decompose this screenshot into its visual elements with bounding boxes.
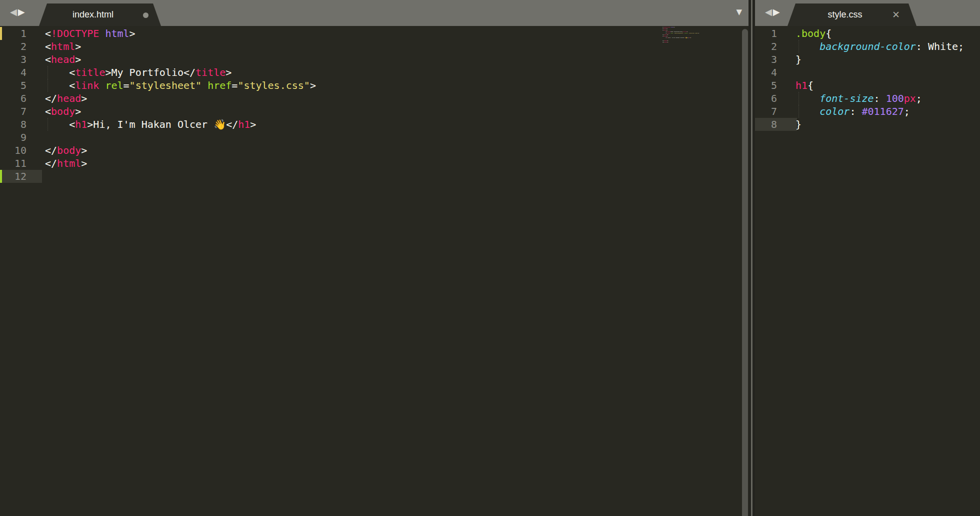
minimap-line: <h1>Hi, I'm Hakan Olcer 👋</h1> — [662, 37, 668, 38]
code-text: } — [796, 53, 802, 65]
code-token: < — [45, 79, 75, 91]
right-pane: ◀▶ style.css ✕ 1.body{2 background-color… — [755, 0, 980, 516]
code-line-3[interactable]: 3<head> — [0, 53, 748, 66]
vertical-scrollbar[interactable] — [742, 29, 748, 516]
code-token: < — [45, 53, 51, 65]
line-number[interactable]: 12 — [0, 170, 26, 183]
code-token: > — [310, 79, 316, 91]
code-line-10[interactable]: 10</body> — [0, 144, 748, 157]
line-number[interactable]: 11 — [0, 157, 26, 170]
git-gutter-modified-marker — [0, 27, 2, 40]
code-line-5[interactable]: 5h1{ — [755, 79, 980, 92]
line-number[interactable]: 2 — [755, 40, 777, 53]
line-number[interactable]: 1 — [755, 27, 777, 40]
code-token: px — [904, 92, 916, 104]
nav-forward-icon[interactable]: ▶ — [18, 6, 26, 17]
code-token — [202, 79, 208, 91]
code-text: </body> — [45, 144, 87, 156]
code-token — [796, 105, 820, 117]
code-line-9[interactable]: 9 — [0, 131, 748, 144]
line-number[interactable]: 3 — [0, 53, 26, 66]
tab-style-css[interactable]: style.css ✕ — [788, 3, 916, 26]
tab-overflow-icon[interactable]: ▼ — [736, 7, 742, 16]
pane-divider-rule — [751, 0, 752, 516]
code-line-3[interactable]: 3} — [755, 53, 980, 66]
code-token: .body — [796, 27, 826, 39]
nav-forward-icon[interactable]: ▶ — [773, 6, 781, 17]
code-line-8[interactable]: 8} — [755, 118, 980, 131]
code-lines: 1<!DOCTYPE html>2<html>3<head>4 <title>M… — [0, 26, 748, 516]
line-number[interactable]: 6 — [755, 92, 777, 105]
code-line-8[interactable]: 8 <h1>Hi, I'm Hakan Olcer 👋</h1> — [0, 118, 748, 131]
pane-divider[interactable] — [748, 0, 755, 516]
code-line-2[interactable]: 2<html> — [0, 40, 748, 53]
code-line-4[interactable]: 4 <title>My Portfolio</title> — [0, 66, 748, 79]
code-line-11[interactable]: 11</html> — [0, 157, 748, 170]
line-number[interactable]: 10 — [0, 144, 26, 157]
code-line-6[interactable]: 6</head> — [0, 92, 748, 105]
code-text: <title>My Portfolio</title> — [45, 66, 232, 78]
code-token: < — [45, 27, 51, 39]
line-number[interactable]: 5 — [0, 79, 26, 92]
code-token: { — [808, 79, 814, 91]
code-token: !DOCTYPE — [51, 27, 99, 39]
nav-back-icon[interactable]: ◀ — [10, 6, 18, 17]
line-number[interactable]: 4 — [755, 66, 777, 79]
code-token: } — [796, 118, 802, 130]
code-line-6[interactable]: 6 font-size: 100px; — [755, 92, 980, 105]
code-line-2[interactable]: 2 background-color: White; — [755, 40, 980, 53]
code-token: title — [75, 66, 105, 78]
code-token: < — [45, 105, 51, 117]
code-token: rel — [105, 79, 123, 91]
code-token: > — [690, 37, 691, 38]
line-number[interactable]: 2 — [0, 40, 26, 53]
code-line-1[interactable]: 1<!DOCTYPE html> — [0, 27, 748, 40]
code-text: <link rel="stylesheet" href="styles.css"… — [45, 79, 316, 91]
code-line-5[interactable]: 5 <link rel="stylesheet" href="styles.cs… — [0, 79, 748, 92]
code-line-7[interactable]: 7<body> — [0, 105, 748, 118]
line-number[interactable]: 9 — [0, 131, 26, 144]
line-number[interactable]: 3 — [755, 53, 777, 66]
css-code-editor[interactable]: 1.body{2 background-color: White;3}45h1{… — [755, 26, 980, 516]
code-token: > — [668, 41, 668, 43]
code-token — [99, 79, 105, 91]
git-gutter-added-marker — [0, 170, 2, 183]
minimap[interactable]: <!DOCTYPE html><html><head> <title>My Po… — [662, 26, 698, 46]
code-text: <h1>Hi, I'm Hakan Olcer 👋</h1> — [45, 118, 256, 130]
code-token: "stylesheet" — [674, 32, 684, 34]
code-text: .body{ — [796, 27, 832, 39]
code-token: "styles.css" — [238, 79, 310, 91]
code-token: < — [45, 66, 75, 78]
code-token: } — [796, 53, 802, 65]
code-text: background-color: White; — [796, 40, 964, 52]
code-token: 100 — [886, 92, 904, 104]
line-number[interactable]: 8 — [755, 118, 777, 131]
code-token: "styles.css" — [688, 32, 698, 34]
code-token: > — [81, 157, 87, 169]
nav-back-icon[interactable]: ◀ — [765, 6, 773, 17]
code-line-12[interactable]: 12 — [0, 170, 748, 183]
line-number[interactable]: 5 — [755, 79, 777, 92]
code-token: > — [674, 26, 675, 28]
code-token: < — [45, 118, 75, 130]
code-line-7[interactable]: 7 color: #011627; — [755, 105, 980, 118]
line-number[interactable]: 1 — [0, 27, 26, 40]
code-token: </ — [45, 92, 57, 104]
code-text: } — [796, 118, 802, 130]
code-text: </head> — [45, 92, 87, 104]
code-line-1[interactable]: 1.body{ — [755, 27, 980, 40]
code-token: > — [75, 40, 81, 52]
line-number[interactable]: 4 — [0, 66, 26, 79]
line-number[interactable]: 7 — [755, 105, 777, 118]
code-token — [796, 92, 820, 104]
close-icon[interactable]: ✕ — [892, 9, 900, 20]
code-token: ; — [904, 105, 910, 117]
tab-index-html[interactable]: index.html — [39, 3, 161, 26]
line-number[interactable]: 7 — [0, 105, 26, 118]
code-line-4[interactable]: 4 — [755, 66, 980, 79]
html-code-editor[interactable]: 1<!DOCTYPE html>2<html>3<head>4 <title>M… — [0, 26, 748, 516]
code-token: : — [850, 105, 862, 117]
code-token: color — [820, 105, 850, 117]
line-number[interactable]: 6 — [0, 92, 26, 105]
line-number[interactable]: 8 — [0, 118, 26, 131]
